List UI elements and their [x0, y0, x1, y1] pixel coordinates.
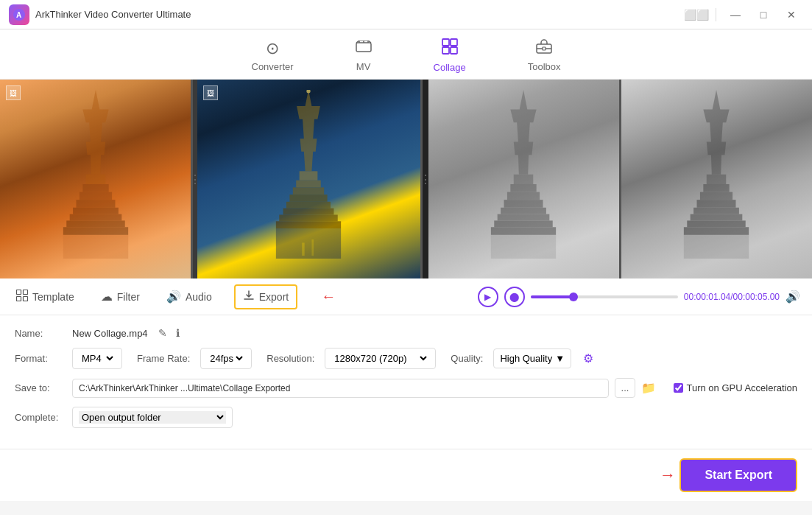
complete-dropdown[interactable]: Open output folder Do nothing Shut down — [79, 411, 226, 424]
svg-rect-15 — [82, 183, 108, 192]
svg-rect-34 — [303, 242, 306, 256]
canvas-panel-3 — [428, 80, 621, 278]
folder-icon[interactable]: 📁 — [641, 381, 656, 395]
svg-rect-7 — [451, 39, 457, 46]
format-dropdown[interactable]: MP4 MOV AVI MKV — [79, 352, 116, 365]
svg-rect-29 — [283, 208, 334, 214]
svg-rect-20 — [66, 220, 124, 227]
bottom-tabs-bar: Template ☁ Filter 🔊 Audio Export ← ▶ ⬤ — [0, 278, 812, 315]
svg-marker-13 — [82, 90, 108, 175]
format-label: Format: — [15, 353, 66, 364]
divider-2[interactable]: ⋮ — [423, 80, 428, 278]
svg-rect-52 — [691, 214, 743, 220]
svg-rect-14 — [85, 174, 105, 183]
svg-rect-59 — [24, 296, 28, 301]
tab-template[interactable]: Template — [12, 284, 79, 310]
svg-rect-45 — [491, 234, 556, 259]
stop-icon: ⬤ — [509, 292, 519, 302]
quality-label: Quality: — [451, 353, 483, 364]
separator — [716, 8, 716, 21]
svg-rect-43 — [494, 220, 552, 227]
svg-rect-49 — [700, 192, 732, 200]
start-export-button[interactable]: Start Export — [679, 458, 797, 492]
svg-rect-24 — [300, 171, 318, 180]
save-to-row: Save to: C:\ArkThinker\ArkThinker ...Ult… — [15, 378, 797, 398]
name-label: Name: — [15, 328, 66, 339]
svg-rect-37 — [514, 174, 533, 183]
tab-audio[interactable]: 🔊 Audio — [162, 284, 216, 309]
canvas-panel-4 — [621, 80, 812, 278]
minimize-button[interactable]: — — [724, 7, 747, 23]
maximize-button[interactable]: □ — [752, 7, 775, 23]
play-icon: ▶ — [484, 292, 491, 302]
complete-select[interactable]: Open output folder Do nothing Shut down — [72, 407, 233, 428]
converter-label: Converter — [252, 61, 294, 72]
panel-1-icon: 🖼 — [6, 85, 21, 100]
name-value: New Collage.mp4 — [72, 328, 148, 339]
svg-rect-35 — [312, 239, 314, 256]
resolution-select[interactable]: 1280x720 (720p) 1920x1080 (1080p) 3840x2… — [325, 348, 436, 369]
svg-rect-21 — [63, 227, 127, 235]
edit-icon[interactable]: ✎ — [158, 327, 167, 339]
complete-row: Complete: Open output folder Do nothing … — [15, 407, 797, 428]
tab-mv[interactable]: MV — [347, 36, 381, 75]
bubble-button[interactable]: ⬜⬜ — [685, 7, 708, 23]
tab-export[interactable]: Export — [234, 284, 297, 309]
template-label: Template — [32, 291, 74, 303]
time-display: 00:00:01.04/00:00:05.00 — [684, 292, 780, 302]
frame-rate-dropdown[interactable]: 24fps 30fps 60fps — [207, 352, 245, 365]
right-arrow-icon: → — [660, 466, 676, 485]
converter-icon: ⊙ — [266, 39, 279, 58]
volume-icon[interactable]: 🔊 — [785, 290, 800, 304]
resolution-label: Resolution: — [266, 353, 314, 364]
svg-rect-51 — [694, 207, 740, 214]
export-settings-panel: Name: New Collage.mp4 ✎ ℹ Format: MP4 MO… — [0, 315, 812, 449]
filter-label: Filter — [117, 291, 140, 303]
play-button[interactable]: ▶ — [478, 287, 498, 307]
nav-tabs: ⊙ Converter MV Collage — [0, 29, 812, 80]
svg-rect-22 — [63, 234, 127, 259]
svg-rect-9 — [451, 47, 457, 54]
progress-thumb[interactable] — [569, 292, 578, 301]
stop-button[interactable]: ⬤ — [504, 287, 525, 307]
progress-bar[interactable] — [531, 295, 678, 298]
gpu-checkbox-container[interactable]: Turn on GPU Acceleration — [674, 382, 797, 393]
svg-rect-38 — [511, 183, 537, 192]
svg-rect-19 — [69, 214, 121, 220]
name-row: Name: New Collage.mp4 ✎ ℹ — [15, 327, 797, 339]
left-arrow-icon: ← — [321, 288, 336, 305]
svg-point-32 — [307, 90, 311, 93]
svg-rect-26 — [293, 187, 324, 195]
gpu-label[interactable]: Turn on GPU Acceleration — [686, 382, 797, 393]
close-button[interactable]: ✕ — [780, 7, 803, 23]
gpu-checkbox[interactable] — [674, 383, 683, 393]
export-label: Export — [259, 291, 289, 303]
title-controls: ⬜⬜ — □ ✕ — [685, 7, 803, 23]
bottom-action-bar: → Start Export — [0, 449, 812, 501]
browse-button[interactable]: ... — [615, 378, 636, 398]
svg-rect-31 — [276, 221, 341, 228]
frame-rate-select[interactable]: 24fps 30fps 60fps — [200, 348, 252, 369]
gear-icon[interactable]: ⚙ — [583, 351, 593, 365]
title-bar: A ArkThinker Video Converter Ultimate ⬜⬜… — [0, 0, 812, 29]
resolution-dropdown[interactable]: 1280x720 (720p) 1920x1080 (1080p) 3840x2… — [331, 352, 429, 365]
format-select[interactable]: MP4 MOV AVI MKV — [72, 348, 122, 369]
canvas-panel-2: 🖼 — [197, 80, 422, 278]
tab-filter[interactable]: ☁ Filter — [96, 284, 144, 309]
tab-toolbox[interactable]: Toolbox — [519, 36, 570, 75]
tab-collage[interactable]: Collage — [425, 35, 475, 76]
quality-select[interactable]: High Quality ▼ — [493, 348, 571, 368]
tab-converter[interactable]: ⊙ Converter — [243, 36, 303, 75]
canvas-area: 🖼 ⋮ 🖼 ⋮ — [0, 80, 812, 278]
svg-rect-44 — [491, 227, 556, 235]
app-title: ArkThinker Video Converter Ultimate — [35, 9, 191, 20]
export-arrow-annotation: ← — [321, 288, 336, 305]
svg-rect-56 — [17, 290, 21, 294]
svg-rect-16 — [80, 192, 112, 200]
export-icon — [243, 290, 255, 304]
time-total: 00:00:05.00 — [733, 292, 780, 302]
info-icon[interactable]: ℹ — [176, 327, 180, 339]
svg-rect-8 — [442, 47, 449, 54]
svg-rect-2 — [356, 43, 371, 52]
svg-rect-18 — [73, 207, 119, 214]
